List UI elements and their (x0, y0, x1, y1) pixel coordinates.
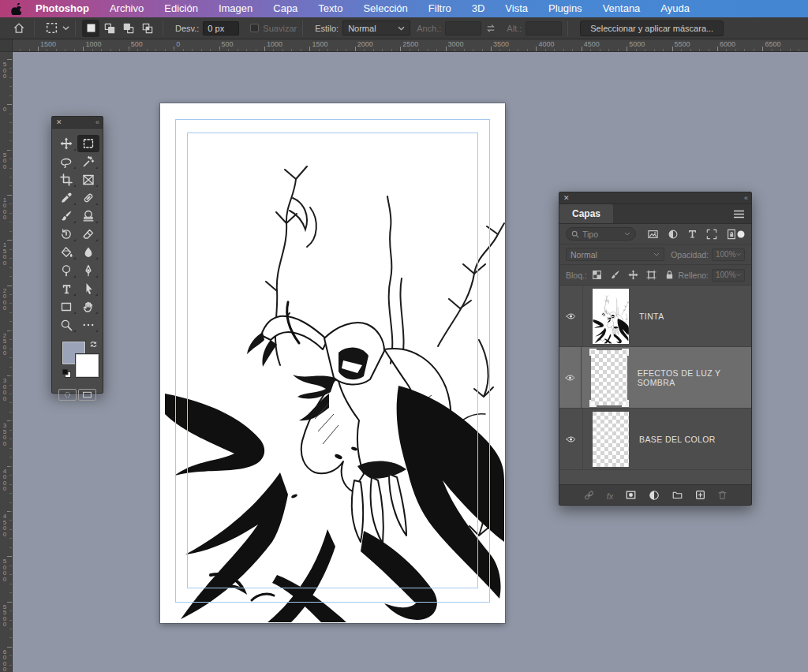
width-input[interactable] (445, 21, 481, 35)
clone-stamp-tool-icon[interactable] (77, 207, 99, 225)
lock-paint-icon[interactable] (610, 270, 620, 280)
feather-input[interactable] (203, 21, 239, 35)
rectangle-tool-icon[interactable] (55, 298, 77, 315)
smart-filter-icon[interactable] (726, 229, 737, 240)
layer-thumbnail[interactable] (593, 412, 629, 467)
close-icon[interactable]: ✕ (56, 119, 62, 126)
zoom-tool-icon[interactable] (55, 316, 77, 334)
crop-tool-icon[interactable] (55, 171, 77, 189)
visibility-eye-icon[interactable] (559, 347, 582, 408)
layer-row-efectos-de-luz-y-sombra[interactable]: EFECTOS DE LUZ Y SOMBRA (559, 347, 751, 409)
menu-imagen[interactable]: Imagen (208, 0, 263, 17)
layer-row-base-del-color[interactable]: BASE DEL COLOR (559, 409, 751, 470)
menu-capa[interactable]: Capa (263, 0, 308, 17)
menu-texto[interactable]: Texto (308, 0, 353, 17)
eyedropper-tool-icon[interactable] (55, 189, 77, 207)
vertical-ruler[interactable]: 5000500100015002000250030003500400045005… (0, 52, 13, 672)
new-group-icon[interactable] (671, 490, 683, 500)
menu-ventana[interactable]: Ventana (593, 0, 651, 17)
canvas-workspace[interactable]: ✕ « ✕ « Capas (0, 52, 808, 672)
type-tool-icon[interactable] (55, 280, 77, 297)
move-tool-icon[interactable] (55, 135, 77, 152)
lock-position-icon[interactable] (628, 270, 638, 280)
opacity-value[interactable]: 100% (712, 248, 745, 261)
blend-mode-dropdown[interactable]: Normal (566, 248, 664, 261)
pen-tool-icon[interactable] (77, 262, 99, 279)
new-layer-icon[interactable] (695, 490, 705, 500)
blur-tool-icon[interactable] (77, 244, 99, 261)
link-icon[interactable] (583, 490, 595, 501)
horizontal-ruler[interactable]: 1500100050005001000150020002500300035004… (0, 39, 808, 52)
collapse-icon[interactable]: « (95, 118, 99, 126)
delete-icon[interactable] (717, 490, 728, 501)
new-selection-button[interactable] (82, 20, 99, 37)
close-icon[interactable]: ✕ (563, 195, 570, 202)
screen-mode-button[interactable] (78, 389, 96, 401)
lock-all-icon[interactable] (664, 270, 675, 280)
magic-wand-tool-icon[interactable] (77, 153, 99, 170)
marquee-tool-icon[interactable] (77, 135, 99, 152)
menu-filtro[interactable]: Filtro (418, 0, 462, 17)
layer-row-tinta[interactable]: TINTA (559, 286, 751, 347)
tool-preset-picker[interactable] (45, 21, 69, 35)
tab-capas[interactable]: Capas (559, 204, 613, 223)
lock-artboard-icon[interactable] (646, 270, 656, 280)
home-icon[interactable] (9, 20, 28, 37)
hand-tool-icon[interactable] (77, 298, 99, 315)
filtering-toggle-icon[interactable] (737, 230, 745, 238)
menu-archivo[interactable]: Archivo (99, 0, 154, 17)
swap-colors-icon[interactable] (89, 340, 98, 349)
path-select-tool-icon[interactable] (77, 280, 99, 297)
type-filter-icon[interactable] (687, 229, 698, 239)
style-dropdown[interactable]: Normal (342, 21, 410, 35)
tools-panel-titlebar[interactable]: ✕ « (52, 117, 103, 129)
antialias-checkbox[interactable] (250, 24, 259, 32)
image-filter-icon[interactable] (647, 229, 659, 240)
menu-ayuda[interactable]: Ayuda (650, 0, 700, 17)
menu-3d[interactable]: 3D (462, 0, 496, 17)
default-colors-icon[interactable] (62, 368, 72, 379)
menu-vista[interactable]: Vista (495, 0, 538, 17)
height-input[interactable] (526, 21, 562, 35)
menu-selecci-n[interactable]: Selección (353, 0, 417, 17)
paint-bucket-tool-icon[interactable] (55, 244, 77, 261)
add-mask-icon[interactable] (625, 490, 637, 500)
healing-brush-tool-icon[interactable] (77, 189, 99, 207)
visibility-eye-icon[interactable] (559, 409, 583, 469)
add-selection-button[interactable] (101, 20, 118, 37)
separator (75, 21, 76, 36)
layer-filter-search[interactable]: Tipo (566, 227, 636, 241)
brush-tool-icon[interactable] (55, 207, 77, 225)
layer-thumbnail[interactable] (593, 289, 629, 344)
eraser-tool-icon[interactable] (77, 226, 99, 243)
visibility-eye-icon[interactable] (559, 286, 583, 346)
background-color-swatch[interactable] (76, 354, 99, 377)
collapse-icon[interactable]: « (744, 194, 747, 202)
edit-toolbar-tool-icon[interactable] (77, 316, 99, 334)
frame-tool-icon[interactable] (77, 171, 99, 189)
layers-panel-titlebar[interactable]: ✕ « (559, 192, 751, 204)
lock-transparency-icon[interactable] (592, 270, 602, 280)
ruler-corner[interactable] (0, 39, 13, 52)
quick-mask-button[interactable] (58, 389, 77, 401)
subtract-selection-button[interactable] (120, 20, 137, 37)
shape-filter-icon[interactable] (706, 229, 717, 240)
apple-logo-icon[interactable] (0, 3, 31, 15)
document-canvas[interactable] (160, 103, 505, 623)
swap-dimensions-icon[interactable] (481, 20, 500, 37)
add-adjustment-icon[interactable] (649, 490, 660, 501)
panel-menu-icon[interactable] (727, 210, 751, 223)
select-and-mask-button[interactable]: Seleccionar y aplicar máscara... (580, 21, 724, 36)
ruler-label: 1000 (2, 197, 8, 221)
menu-plugins[interactable]: Plugins (538, 0, 593, 17)
history-brush-tool-icon[interactable] (55, 226, 77, 243)
menu-photoshop[interactable]: Photoshop (31, 0, 99, 17)
fx-icon[interactable]: fx (607, 488, 614, 502)
menu-edici-n[interactable]: Edición (154, 0, 208, 17)
layer-thumbnail[interactable] (591, 350, 627, 405)
intersect-selection-button[interactable] (139, 20, 156, 37)
adjustment-filter-icon[interactable] (668, 229, 679, 240)
lasso-tool-icon[interactable] (55, 153, 77, 170)
fill-value[interactable]: 100% (712, 269, 745, 282)
dodge-tool-icon[interactable] (55, 262, 77, 279)
